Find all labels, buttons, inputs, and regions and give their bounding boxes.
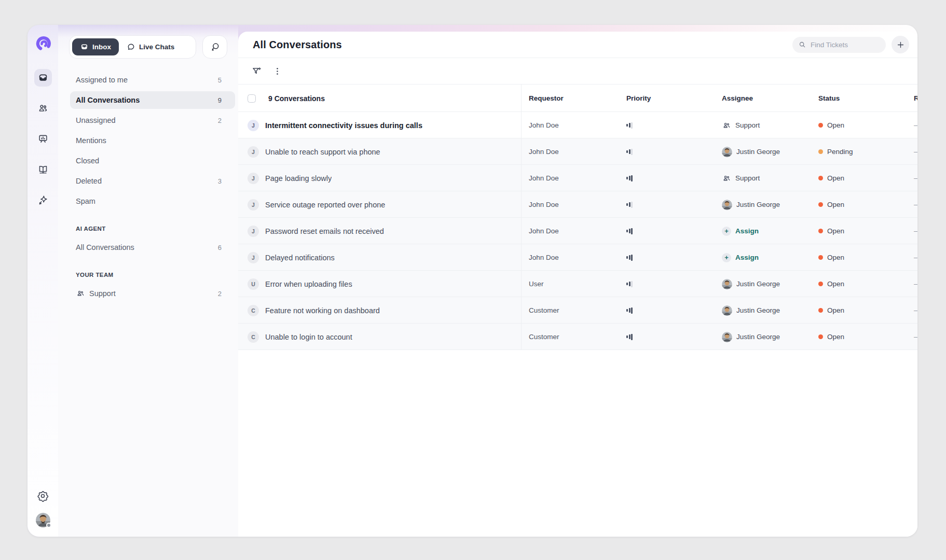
assign-plus-icon[interactable]: + (722, 227, 731, 236)
sidebar-item-left: All Conversations (76, 243, 134, 251)
sidebar-item-assigned-to-me[interactable]: Assigned to me5 (70, 71, 235, 89)
rail-nav-inbox-icon[interactable] (34, 69, 52, 87)
new-conversation-button[interactable] (892, 36, 909, 53)
cell-status: Open (812, 227, 909, 235)
table-header: 9 Conversations Requestor Priority Assig… (238, 85, 917, 112)
cell-status: Open (812, 121, 909, 129)
channel-toggle: Inbox Live Chats (69, 35, 196, 59)
table-row[interactable]: CFeature not working on dashboardCustome… (238, 297, 917, 324)
status-dot (818, 334, 823, 339)
assignee-label: Justin George (736, 148, 780, 156)
rail-nav-knowledge-base-icon[interactable] (34, 161, 52, 178)
sidebar-item-count: 6 (218, 244, 222, 251)
assignee-label: Justin George (736, 306, 780, 314)
sidebar-item-all-conversations[interactable]: All Conversations9 (70, 91, 235, 109)
tab-live-chats[interactable]: Live Chats (119, 38, 182, 55)
requester-avatar: J (248, 120, 259, 131)
search-input[interactable] (810, 40, 880, 49)
cell-resolution: – (909, 306, 917, 314)
assign-plus-icon[interactable]: + (722, 253, 731, 262)
cell-priority (619, 191, 716, 218)
table-toolbar (238, 58, 917, 85)
assignee-avatar (722, 332, 732, 342)
sidebar-item-left: Closed (76, 157, 99, 165)
status-label: Open (827, 254, 844, 261)
cell-priority (619, 244, 716, 271)
cell-requestor: John Doe (522, 227, 619, 235)
sidebar-item-count: 5 (218, 76, 222, 84)
column-header-requestor: Requestor (522, 94, 619, 102)
filter-add-icon[interactable] (251, 65, 262, 77)
table-row[interactable]: JUnable to reach support via phoneJohn D… (238, 138, 917, 165)
status-dot (818, 229, 823, 233)
search-icon (799, 41, 806, 48)
brand-swirl-logo[interactable] (35, 35, 51, 51)
assign-button[interactable]: Assign (735, 254, 759, 261)
more-options-icon[interactable] (271, 65, 283, 77)
status-dot (818, 176, 823, 180)
copilot-icon (210, 41, 221, 52)
user-avatar[interactable] (36, 513, 50, 527)
table-row[interactable]: CUnable to login to accountCustomerJusti… (238, 324, 917, 350)
cell-subject: JService outage reported over phone (238, 191, 522, 218)
cell-requestor: John Doe (522, 174, 619, 182)
rail-nav-contacts-icon[interactable] (34, 100, 52, 117)
inbox-icon (37, 72, 49, 83)
sidebar-item-left: Mentions (76, 136, 106, 145)
table-row[interactable]: JIntermittent connectivity issues during… (238, 112, 917, 138)
status-label: Open (827, 280, 844, 288)
tab-inbox[interactable]: Inbox (72, 38, 119, 55)
cell-resolution: – (909, 121, 917, 129)
sidebar-item-deleted[interactable]: Deleted3 (70, 172, 235, 190)
sidebar-item-mentions[interactable]: Mentions (70, 132, 235, 149)
cell-status: Open (812, 333, 909, 341)
sidebar-item-spam[interactable]: Spam (70, 192, 235, 210)
requester-avatar: J (248, 199, 259, 211)
cell-requestor: Customer (522, 306, 619, 314)
sidebar-item-closed[interactable]: Closed (70, 152, 235, 170)
sidebar-item-unassigned[interactable]: Unassigned2 (70, 111, 235, 129)
sidebar-item-left: Assigned to me (76, 76, 128, 84)
assignee-label: Justin George (736, 201, 780, 208)
cell-resolution: – (909, 148, 917, 156)
copilot-button[interactable] (202, 35, 227, 59)
cell-status: Open (812, 254, 909, 261)
reports-icon (37, 133, 49, 145)
table-row[interactable]: UError when uploading filesUserJustin Ge… (238, 271, 917, 297)
priority-high-icon (626, 175, 633, 181)
rail-nav-campaigns-spark-icon[interactable] (34, 191, 52, 209)
table-row[interactable]: JDelayed notificationsJohn Doe+AssignOpe… (238, 244, 917, 271)
cell-status: Open (812, 280, 909, 288)
status-label: Open (827, 121, 844, 129)
rail-nav-reports-icon[interactable] (34, 130, 52, 148)
cell-subject: JPage loading slowly (238, 165, 522, 191)
table-row[interactable]: JPage loading slowlyJohn DoeSupportOpen– (238, 165, 917, 191)
select-all-checkbox[interactable] (248, 94, 256, 103)
channel-toggle-row: Inbox Live Chats (58, 35, 238, 59)
cell-assignee: Support (716, 174, 812, 183)
sidebar-item-all-conversations[interactable]: All Conversations6 (70, 239, 235, 256)
cell-priority (619, 218, 716, 244)
section-items: Support2 (70, 285, 235, 302)
priority-high-icon (626, 228, 633, 234)
cell-subject: CFeature not working on dashboard (238, 297, 522, 324)
priority-medium-icon (626, 202, 633, 208)
sidebar-item-label: Assigned to me (76, 76, 128, 84)
table-row[interactable]: JPassword reset emails not receivedJohn … (238, 218, 917, 244)
cell-resolution: – (909, 227, 917, 235)
settings-icon[interactable] (36, 489, 50, 502)
desktop-background: { "brand": {"accent": "#7E5EF6", "logo_i… (0, 0, 946, 560)
subject-text: Unable to reach support via phone (265, 148, 380, 156)
assignee-label: Justin George (736, 333, 780, 341)
cell-resolution: – (909, 333, 917, 341)
cell-subject: UError when uploading files (238, 271, 522, 297)
requester-avatar: J (248, 226, 259, 237)
cell-resolution: – (909, 254, 917, 261)
cell-status: Open (812, 174, 909, 182)
status-label: Open (827, 227, 844, 235)
assign-button[interactable]: Assign (735, 227, 759, 235)
page-title: All Conversations (253, 39, 342, 51)
priority-high-icon (626, 307, 633, 314)
sidebar-item-support[interactable]: Support2 (70, 285, 235, 302)
table-row[interactable]: JService outage reported over phoneJohn … (238, 191, 917, 218)
